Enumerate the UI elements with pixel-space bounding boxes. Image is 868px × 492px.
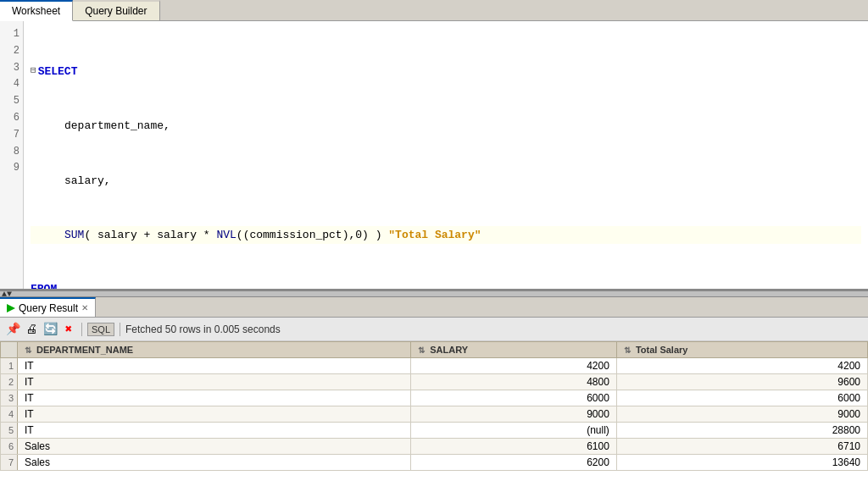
cell-rownum: 7: [1, 455, 18, 471]
table-row: 3IT60006000: [1, 390, 868, 406]
cell-rownum: 3: [1, 390, 18, 406]
cell-total: 13640: [616, 455, 867, 471]
col-dept-header[interactable]: ⇅ DEPARTMENT_NAME: [18, 342, 411, 358]
table-row: 4IT90009000: [1, 406, 868, 423]
cell-salary: 6000: [411, 390, 617, 406]
cell-dept: IT: [18, 358, 411, 374]
code-line-3: salary,: [31, 172, 861, 190]
cell-salary: (null): [411, 423, 617, 439]
cell-rownum: 1: [1, 358, 18, 374]
result-tab-label: Query Result: [19, 302, 78, 314]
result-toolbar: 📌 🖨 🔄 ✖ SQL Fetched 50 rows in 0.005 sec…: [0, 318, 868, 341]
sort-icon-salary: ⇅: [418, 346, 425, 355]
code-line-1: ⊟ SELECT: [31, 63, 861, 80]
cell-dept: Sales: [18, 439, 411, 455]
col-total-header[interactable]: ⇅ Total Salary: [616, 342, 867, 358]
result-tab[interactable]: Query Result ✕: [0, 297, 96, 317]
cell-salary: 6200: [411, 455, 617, 471]
table-row: 1IT42004200: [1, 358, 868, 374]
cell-dept: IT: [18, 406, 411, 423]
result-panel: Query Result ✕ 📌 🖨 🔄 ✖ SQL Fetched 50 ro…: [0, 297, 868, 492]
tab-worksheet[interactable]: Worksheet: [0, 0, 73, 21]
code-line-4: SUM( salary + salary * NVL((commission_p…: [31, 226, 861, 244]
cell-dept: IT: [18, 423, 411, 439]
cell-dept: Sales: [18, 455, 411, 471]
result-tab-bar: Query Result ✕: [0, 297, 868, 318]
toolbar-separator-2: [120, 323, 120, 336]
sort-icon-total: ⇅: [624, 346, 631, 355]
editor-content: 1 2 3 4 5 6 7 8 9 ⊟ SELECT department_na…: [0, 21, 868, 289]
data-table-container[interactable]: ⇅ DEPARTMENT_NAME ⇅ SALARY ⇅ Total Salar…: [0, 341, 868, 492]
code-line-2: department_name,: [31, 117, 861, 135]
editor-area: 1 2 3 4 5 6 7 8 9 ⊟ SELECT department_na…: [0, 21, 868, 290]
cell-total: 28800: [616, 423, 867, 439]
table-row: 5IT(null)28800: [1, 423, 868, 439]
cell-rownum: 4: [1, 406, 18, 423]
table-header-row: ⇅ DEPARTMENT_NAME ⇅ SALARY ⇅ Total Salar…: [1, 342, 868, 358]
result-tbody: 1IT420042002IT480096003IT600060004IT9000…: [1, 358, 868, 471]
cell-dept: IT: [18, 390, 411, 406]
table-row: 2IT48009600: [1, 374, 868, 390]
cell-total: 9000: [616, 406, 867, 423]
cell-rownum: 5: [1, 423, 18, 439]
cell-salary: 9000: [411, 406, 617, 423]
cell-total: 6000: [616, 390, 867, 406]
sort-icon-dept: ⇅: [25, 346, 31, 355]
toolbar-separator: [81, 323, 82, 336]
table-row: 7Sales620013640: [1, 455, 868, 471]
play-icon: [7, 304, 15, 312]
save-icon[interactable]: 🖨: [24, 322, 39, 337]
cell-rownum: 6: [1, 439, 18, 455]
resize-handle[interactable]: ▲▼: [0, 290, 868, 297]
cell-dept: IT: [18, 374, 411, 390]
stop-icon[interactable]: ✖: [61, 322, 76, 337]
col-rownum-header: [1, 342, 18, 358]
fold-icon[interactable]: ⊟: [31, 63, 36, 78]
sql-badge: SQL: [87, 323, 114, 336]
cell-total: 6710: [616, 439, 867, 455]
pin-icon[interactable]: 📌: [5, 322, 20, 337]
table-row: 6Sales61006710: [1, 439, 868, 455]
close-result-tab-icon[interactable]: ✕: [81, 303, 88, 312]
tab-query-builder[interactable]: Query Builder: [73, 0, 159, 20]
cell-salary: 4800: [411, 374, 617, 390]
fetch-info: Fetched 50 rows in 0.005 seconds: [125, 323, 281, 335]
tab-bar: Worksheet Query Builder: [0, 0, 868, 21]
code-line-5: FROM: [31, 280, 861, 289]
cell-rownum: 2: [1, 374, 18, 390]
col-salary-header[interactable]: ⇅ SALARY: [411, 342, 617, 358]
result-table: ⇅ DEPARTMENT_NAME ⇅ SALARY ⇅ Total Salar…: [0, 341, 868, 471]
line-numbers: 1 2 3 4 5 6 7 8 9: [0, 21, 24, 289]
cell-total: 9600: [616, 374, 867, 390]
code-editor[interactable]: ⊟ SELECT department_name, salary, SUM( s…: [24, 21, 868, 289]
refresh-icon[interactable]: 🔄: [42, 322, 58, 337]
cell-salary: 4200: [411, 358, 617, 374]
cell-salary: 6100: [411, 439, 617, 455]
cell-total: 4200: [616, 358, 867, 374]
